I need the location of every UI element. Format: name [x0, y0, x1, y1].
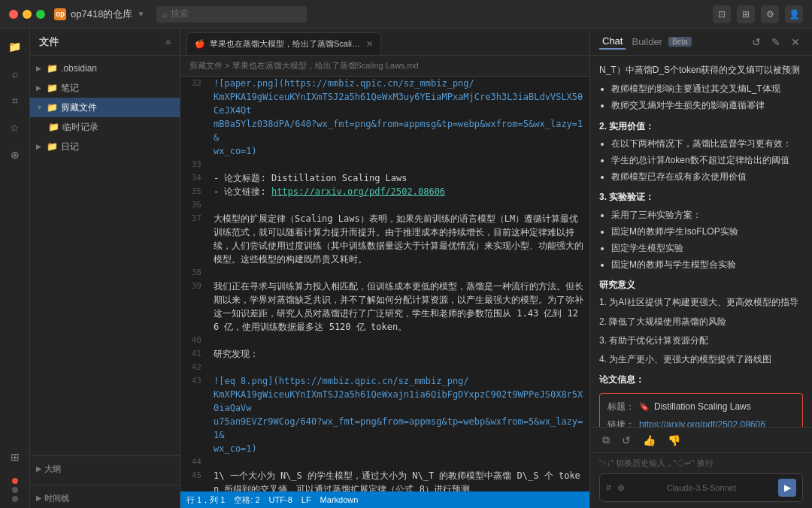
indicator-dot [12, 496, 18, 502]
tab-chat[interactable]: Chat [599, 34, 626, 50]
sidebar-item-search[interactable]: ⌕ [3, 62, 27, 86]
outline-section-label[interactable]: ▶ 大纲 [30, 459, 180, 479]
title-value: Distillation Scaling Laws [654, 400, 751, 414]
file-panel-title: 文件 [39, 35, 59, 49]
line-number: 43 [180, 374, 208, 455]
folder-icon: 📁 [47, 83, 58, 93]
files-icon: 📁 [8, 41, 21, 53]
line-content: 1\ 一个大小为 N\_S 的学生模型，通过大小为 N\_T 的教师模型中蒸馏 … [208, 469, 589, 491]
hashtag-icon[interactable]: # [606, 482, 611, 493]
copy-button[interactable]: ⧉ [599, 432, 613, 448]
line-content: 研究发现： [208, 347, 589, 361]
list-item: 1. 为AI社区提供了构建更强大、更高效模型的指导 [599, 295, 803, 310]
chat-close-button[interactable]: ✕ [788, 35, 803, 50]
profile-button[interactable]: 👤 [785, 5, 803, 23]
list-item: 2. 降低了大规模使用蒸馏的风险 [599, 315, 803, 329]
file-panel-menu-icon[interactable]: ≡ [165, 37, 171, 47]
chevron-right-icon: ▶ [36, 465, 41, 473]
chat-header: Chat Builder Beta ↺ ✎ ✕ [590, 29, 812, 56]
chat-history-button[interactable]: ↺ [749, 35, 764, 50]
list-item: 学生的总计算/token数不超过定律给出的阈值 [611, 153, 803, 168]
info-link-row: 链接： https://arxiv.org/pdf/2502.08606 [607, 418, 795, 427]
sidebar-item-tags[interactable]: ⌗ [3, 89, 27, 113]
maximize-button[interactable] [36, 10, 45, 19]
plugins-icon: ⊕ [11, 149, 20, 161]
attachment-icon[interactable]: ⊕ [617, 482, 625, 493]
line-content: 大模型的扩展定律（Scaling Laws）表明，如果先前训练的语言模型（LM）… [208, 212, 589, 266]
editor-tab-main[interactable]: 🍎 苹果也在蒸馏大模型，给出了蒸馏Scaling Laws.md ✕ [186, 32, 381, 55]
line-number: 36 [180, 198, 208, 212]
outline-label: 大纲 [44, 464, 61, 475]
file-panel-header: 文件 ≡ [30, 29, 180, 56]
tab-builder[interactable]: Builder [632, 36, 662, 47]
tree-item-diary[interactable]: ▶ 📁 日记 [30, 137, 180, 156]
search-icon: ⌕ [162, 9, 168, 20]
cursor-position: 行 1，列 1 [186, 494, 225, 506]
folder-icon: 📁 [47, 63, 58, 74]
editor-content[interactable]: 32 ![paper.png](https://mmbiz.qpic.cn/sz… [180, 77, 589, 491]
subheader-path: 剪藏文件 > 苹果也在蒸馏大模型，给出了蒸馏Scaling Laws.md [189, 60, 419, 71]
editor-panel: 🍎 苹果也在蒸馏大模型，给出了蒸馏Scaling Laws.md ✕ 剪藏文件 … [180, 29, 590, 508]
numbered-list: 1. 为AI社区提供了构建更强大、更高效模型的指导 2. 降低了大规模使用蒸馏的… [599, 295, 803, 367]
vault-badge: op [54, 8, 66, 20]
code-line: 38 [180, 266, 589, 280]
close-button[interactable] [9, 10, 18, 19]
tree-item-label: 临时记录 [62, 121, 98, 134]
send-button[interactable]: ▶ [778, 479, 796, 497]
chat-model-label: Claude-3.5-Sonnet [667, 482, 736, 493]
folder-icon: 📁 [47, 102, 58, 113]
line-content [208, 455, 589, 469]
regenerate-button[interactable]: ↺ [619, 433, 634, 448]
info-link[interactable]: https://arxiv.org/pdf/2502.08606 [639, 418, 765, 427]
tree-item-notes[interactable]: ▶ 📁 笔记 [30, 78, 180, 98]
line-number: 33 [180, 158, 208, 171]
apple-icon: 🍎 [195, 39, 205, 49]
chat-input-area: "↑↓" 切换历史输入，"◇↵" 换行 # ⊕ Claude-3.5-Sonne… [590, 452, 812, 508]
titlebar: op op7418的仓库 ▼ ⌕ 搜索 ⊡ ⊞ ⚙ 👤 [0, 0, 812, 29]
chat-list: 在以下两种情况下，蒸馏比监督学习更有效： 学生的总计算/token数不超过定律给… [599, 137, 803, 185]
search-bar[interactable]: ⌕ 搜索 [156, 6, 307, 23]
line-content: - 论文标题: Distillation Scaling Laws [208, 171, 589, 185]
line-content [208, 334, 589, 347]
sidebar-item-plugins[interactable]: ⊕ [3, 143, 27, 167]
timeline-section: ▶ 时间线 [30, 485, 180, 508]
folder-icon: 📁 [48, 122, 59, 132]
timeline-section-label[interactable]: ▶ 时间线 [30, 488, 180, 508]
chat-input-box[interactable]: # ⊕ Claude-3.5-Sonnet ▶ [599, 473, 803, 502]
thumbs-down-button[interactable]: 👎 [665, 433, 683, 448]
list-item: 固定学生模型实验 [611, 241, 803, 256]
chat-new-button[interactable]: ✎ [768, 35, 783, 50]
sidebar-item-grid[interactable]: ⊞ [3, 445, 27, 469]
line-content: ![eq 8.png](https://mmbiz.qpic.cn/sz_mmb… [208, 374, 589, 455]
sidebar-toggle-button[interactable]: ⊡ [713, 5, 731, 23]
model-name: Claude-3.5-Sonnet [667, 483, 736, 492]
line-content: ![paper.png](https://mmbiz.qpic.cn/sz_mm… [208, 77, 589, 158]
thumbs-up-button[interactable]: 👍 [640, 433, 659, 448]
tree-item-recent[interactable]: 📁 临时记录 [30, 117, 180, 137]
section-title: 研究意义 [599, 278, 803, 292]
code-line: 41 研究发现： [180, 347, 589, 361]
tab-close-button[interactable]: ✕ [366, 39, 373, 49]
chat-content: N_T）中蒸馏D_S个token获得的交叉熵可以被预测 教师模型的影响主要通过其… [590, 56, 812, 427]
list-item: 教师模型的影响主要通过其交叉熵L_T体现 [611, 82, 803, 96]
main-container: 📁 ⌕ ⌗ ☆ ⊕ ⊞ 文件 ≡ ▶ [0, 29, 812, 508]
line-number: 39 [180, 280, 208, 334]
section-title: 2. 实用价值： [599, 119, 803, 134]
layout-button[interactable]: ⊞ [737, 5, 755, 23]
vault-name[interactable]: op op7418的仓库 ▼ [54, 8, 144, 21]
line-ending: LF [301, 495, 311, 504]
tree-item-obsidian[interactable]: ▶ 📁 .obsidian [30, 59, 180, 78]
chat-panel: Chat Builder Beta ↺ ✎ ✕ N_T）中蒸馏D_S个token… [590, 29, 812, 508]
minimize-button[interactable] [23, 10, 32, 19]
section-title: 论文信息： [599, 373, 803, 387]
settings-button[interactable]: ⚙ [761, 5, 779, 23]
code-line: 42 [180, 361, 589, 374]
tree-item-label: 日记 [61, 141, 79, 153]
chat-list: 教师模型的影响主要通过其交叉熵L_T体现 教师交叉熵对学生损失的影响遵循幂律 [599, 82, 803, 113]
sidebar-item-bookmarks[interactable]: ☆ [3, 116, 27, 140]
bookmarks-icon: ☆ [10, 122, 20, 134]
sidebar-item-files[interactable]: 📁 [3, 35, 27, 59]
info-box: 标题： 🔖 Distillation Scaling Laws 链接： http… [599, 393, 803, 427]
list-item: 固定M的教师与学生模型合实验 [611, 258, 803, 272]
tree-item-clippings[interactable]: ▼ 📁 剪藏文件 [30, 98, 180, 117]
